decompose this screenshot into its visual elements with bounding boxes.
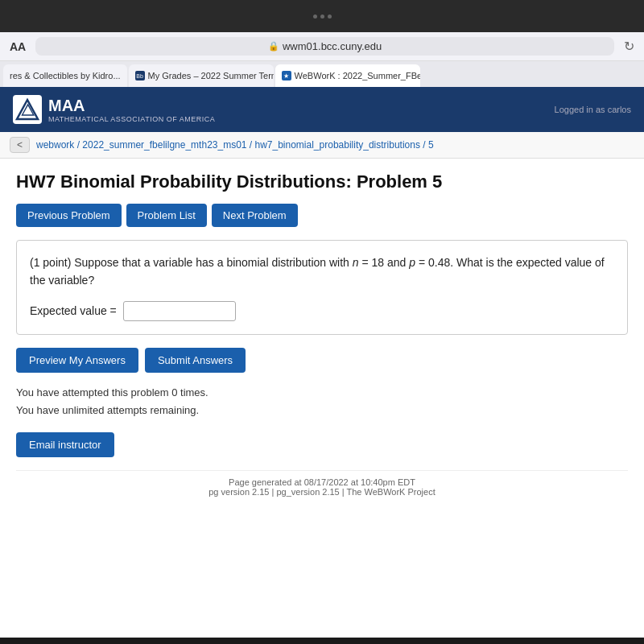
tabs-bar: res & Collectibles by Kidro... Bb My Gra… <box>0 61 644 87</box>
logged-in-label: Logged in as carlos <box>555 105 631 114</box>
tab-3-icon: ★ <box>282 71 291 80</box>
and-text: and <box>387 256 409 269</box>
footer-line-1: Page generated at 08/17/2022 at 10:40pm … <box>23 477 621 487</box>
website-content: MAA MATHEMATICAL ASSOCIATION OF AMERICA … <box>0 87 644 638</box>
maa-org-name: MAA <box>48 97 215 115</box>
breadcrumb-path: webwork / 2022_summer_fbelilgne_mth23_ms… <box>36 139 434 151</box>
refresh-button[interactable]: ↻ <box>624 39 634 54</box>
previous-problem-button[interactable]: Previous Problem <box>16 204 122 227</box>
answer-row: Expected value = <box>30 301 614 321</box>
maa-text-group: MAA MATHEMATICAL ASSOCIATION OF AMERICA <box>48 97 215 123</box>
tab-1[interactable]: res & Collectibles by Kidro... <box>3 64 127 87</box>
phone-top-bar <box>0 0 644 32</box>
lock-icon: 🔒 <box>268 41 279 52</box>
maa-logo-icon <box>13 95 42 124</box>
tab-2[interactable]: Bb My Grades – 2022 Summer Term (4W1) Pr… <box>129 64 274 87</box>
email-instructor-button[interactable]: Email instructor <box>16 432 114 457</box>
main-content: HW7 Binomial Probability Distributions: … <box>0 159 644 516</box>
problem-list-button[interactable]: Problem List <box>126 204 207 227</box>
maa-logo-svg <box>15 97 39 122</box>
preview-answers-button[interactable]: Preview My Answers <box>16 348 138 373</box>
maa-header: MAA MATHEMATICAL ASSOCIATION OF AMERICA … <box>0 87 644 132</box>
tab-3-label: WeBWorK : 2022_Summer_FBe <box>295 71 420 80</box>
page-title: HW7 Binomial Probability Distributions: … <box>16 171 628 192</box>
dot2 <box>320 14 324 19</box>
n-value: = 18 <box>361 256 384 269</box>
problem-intro: Suppose that a variable has a binomial d… <box>74 256 353 269</box>
expected-value-input[interactable] <box>123 301 236 321</box>
point-label: (1 point) <box>30 256 71 269</box>
attempt-line-1: You have attempted this problem 0 times. <box>16 384 628 402</box>
svg-marker-0 <box>17 100 38 119</box>
next-problem-button[interactable]: Next Problem <box>212 204 298 227</box>
browser-url: wwm01.bcc.cuny.edu <box>283 40 382 52</box>
footer-line-2: pg version 2.15 | pg_version 2.15 | The … <box>23 487 621 497</box>
maa-org-subtitle: MATHEMATICAL ASSOCIATION OF AMERICA <box>48 115 215 123</box>
maa-logo-area: MAA MATHEMATICAL ASSOCIATION OF AMERICA <box>13 95 215 124</box>
dot3 <box>328 14 332 19</box>
address-bar[interactable]: 🔒 wwm01.bcc.cuny.edu <box>35 37 614 56</box>
submit-answers-button[interactable]: Submit Answers <box>145 348 246 373</box>
problem-box: (1 point) Suppose that a variable has a … <box>16 240 628 335</box>
page-footer: Page generated at 08/17/2022 at 10:40pm … <box>16 470 628 503</box>
problem-text: (1 point) Suppose that a variable has a … <box>30 254 614 290</box>
browser-aa-label[interactable]: AA <box>10 40 26 53</box>
n-variable: n <box>353 256 359 269</box>
browser-chrome: AA 🔒 wwm01.bcc.cuny.edu ↻ <box>0 32 644 61</box>
tab-3[interactable]: ★ WeBWorK : 2022_Summer_FBe ✕ <box>275 64 420 87</box>
problem-nav-buttons: Previous Problem Problem List Next Probl… <box>16 204 628 227</box>
tab-2-label: My Grades – 2022 Summer Term (4W1) Proba… <box>148 71 274 80</box>
attempt-info: You have attempted this problem 0 times.… <box>16 384 628 419</box>
breadcrumb-bar: < webwork / 2022_summer_fbelilgne_mth23_… <box>0 132 644 159</box>
action-buttons: Preview My Answers Submit Answers <box>16 348 628 373</box>
answer-label: Expected value = <box>30 304 117 317</box>
tab-2-icon: Bb <box>135 71 145 80</box>
attempt-line-2: You have unlimited attempts remaining. <box>16 402 628 419</box>
phone-dots <box>313 14 332 19</box>
tab-1-label: res & Collectibles by Kidro... <box>10 71 121 80</box>
breadcrumb-back-button[interactable]: < <box>10 137 30 153</box>
dot1 <box>313 14 317 19</box>
p-variable: p <box>409 256 415 269</box>
p-value: = 0.48. <box>419 256 453 269</box>
